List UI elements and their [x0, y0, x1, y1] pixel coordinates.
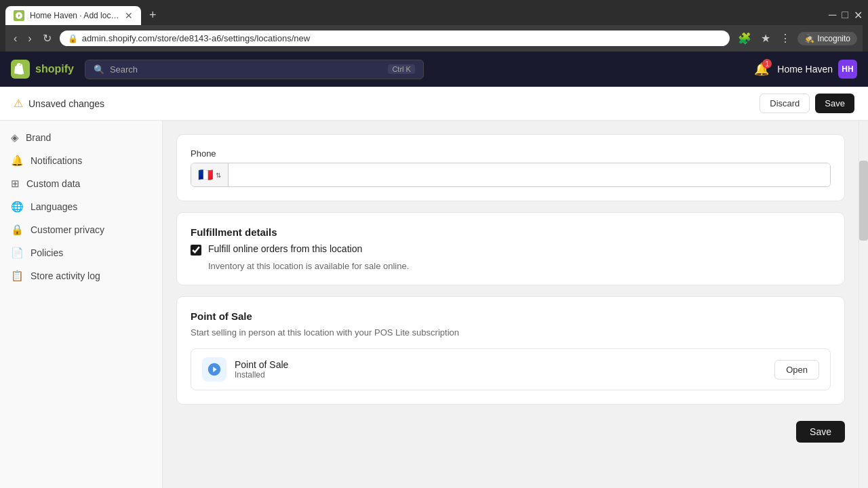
sidebar-item-custom-data[interactable]: ⊞ Custom data	[0, 172, 162, 195]
fulfill-checkbox-label: Fulfill online orders from this location	[208, 243, 362, 254]
phone-label: Phone	[191, 148, 831, 159]
store-name: Home Haven	[777, 64, 833, 75]
scrollbar-thumb	[859, 161, 868, 241]
pos-app-status: Installed	[235, 370, 766, 380]
pos-card: Point of Sale Start selling in person at…	[176, 296, 845, 405]
sidebar-label-store-activity-log: Store activity log	[31, 270, 151, 281]
sidebar-item-store-activity-log[interactable]: 📋 Store activity log	[0, 264, 162, 287]
global-search[interactable]: 🔍 Search Ctrl K	[85, 60, 424, 79]
bottom-save-row: Save	[176, 415, 845, 448]
incognito-icon: 🕵	[804, 34, 814, 43]
back-button[interactable]: ‹	[11, 30, 20, 47]
shopify-logo-icon	[11, 60, 30, 79]
minimize-button[interactable]: ─	[829, 9, 836, 22]
toolbar-actions: 🧩 ★ ⋮ 🕵 Incognito	[735, 29, 857, 47]
custom-data-icon: ⊞	[11, 178, 20, 190]
pos-item: Point of Sale Installed Open	[191, 348, 831, 390]
phone-card: Phone 🇫🇷 ⇅	[176, 134, 845, 201]
maximize-button[interactable]: □	[842, 9, 848, 22]
sidebar-item-languages[interactable]: 🌐 Languages	[0, 195, 162, 218]
app-header: shopify 🔍 Search Ctrl K 🔔 1 Home Haven H…	[0, 52, 868, 87]
sidebar-label-policies: Policies	[31, 247, 151, 258]
fulfillment-card: Fulfillment details Fulfill online order…	[176, 212, 845, 285]
unsaved-warning-icon: ⚠	[14, 97, 23, 110]
unsaved-message: ⚠ Unsaved changes	[14, 97, 104, 110]
sidebar-item-customer-privacy[interactable]: 🔒 Customer privacy	[0, 218, 162, 241]
languages-icon: 🌐	[11, 201, 24, 213]
sidebar-item-notifications[interactable]: 🔔 Notifications	[0, 149, 162, 172]
pos-title: Point of Sale	[191, 310, 831, 322]
more-icon[interactable]: ⋮	[777, 29, 793, 47]
incognito-button[interactable]: 🕵 Incognito	[797, 32, 857, 45]
reload-button[interactable]: ↻	[40, 29, 54, 47]
pos-app-name: Point of Sale	[235, 359, 766, 370]
pos-open-button[interactable]: Open	[774, 360, 819, 380]
sidebar-label-custom-data: Custom data	[26, 178, 151, 189]
pos-logo	[202, 357, 226, 382]
tab-title: Home Haven · Add location · S...	[30, 11, 119, 20]
active-tab[interactable]: Home Haven · Add location · S... ✕	[5, 6, 141, 25]
sidebar-label-languages: Languages	[31, 201, 151, 212]
window-controls: ─ □ ✕	[829, 9, 863, 22]
phone-input-row: 🇫🇷 ⇅	[191, 163, 831, 187]
sidebar-label-brand: Brand	[26, 132, 151, 143]
phone-input[interactable]	[229, 163, 830, 186]
customer-privacy-icon: 🔒	[11, 224, 24, 236]
main-layout: ◈ Brand 🔔 Notifications ⊞ Custom data 🌐 …	[0, 121, 868, 488]
sidebar-label-notifications: Notifications	[31, 155, 151, 166]
close-button[interactable]: ✕	[854, 9, 863, 22]
unsaved-actions: Discard Save	[760, 94, 854, 113]
sidebar-label-customer-privacy: Customer privacy	[31, 224, 151, 235]
unsaved-text: Unsaved changes	[28, 98, 104, 109]
bookmark-icon[interactable]: ★	[758, 29, 773, 47]
forward-button[interactable]: ›	[25, 30, 34, 47]
fulfill-checkbox-row: Fulfill online orders from this location	[191, 243, 831, 256]
policies-icon: 📄	[11, 247, 24, 259]
unsaved-changes-bar: ⚠ Unsaved changes Discard Save	[0, 87, 868, 121]
country-code-selector[interactable]: 🇫🇷 ⇅	[191, 163, 229, 186]
tab-favicon	[14, 10, 24, 21]
notification-bell[interactable]: 🔔 1	[754, 62, 769, 77]
content-area: Phone 🇫🇷 ⇅ Fulfillment details Fulfill o…	[163, 121, 859, 488]
pos-info: Point of Sale Installed	[235, 359, 766, 380]
incognito-label: Incognito	[817, 34, 850, 43]
lock-icon: 🔒	[68, 34, 78, 43]
fulfill-sublabel: Inventory at this location is available …	[208, 261, 831, 271]
discard-button[interactable]: Discard	[760, 94, 810, 113]
store-info[interactable]: Home Haven HH	[777, 60, 857, 79]
browser-toolbar: ‹ › ↻ 🔒 admin.shopify.com/store/de8143-a…	[5, 25, 863, 52]
sidebar-item-policies[interactable]: 📄 Policies	[0, 241, 162, 264]
scrollbar[interactable]	[859, 121, 868, 488]
brand-icon: ◈	[11, 131, 19, 144]
search-placeholder: Search	[110, 64, 138, 75]
pos-description: Start selling in person at this location…	[191, 327, 831, 338]
save-button-bottom[interactable]: Save	[796, 421, 845, 443]
notifications-icon: 🔔	[11, 155, 24, 167]
search-shortcut: Ctrl K	[388, 64, 415, 74]
new-tab-button[interactable]: +	[144, 5, 162, 25]
header-right: 🔔 1 Home Haven HH	[754, 60, 857, 79]
url-text: admin.shopify.com/store/de8143-a6/settin…	[82, 33, 311, 43]
tab-close-button[interactable]: ✕	[125, 10, 133, 21]
notification-badge: 1	[762, 59, 772, 68]
sidebar-item-brand[interactable]: ◈ Brand	[0, 126, 162, 149]
save-button-top[interactable]: Save	[815, 94, 854, 113]
flag-arrows-icon: ⇅	[216, 171, 221, 179]
sidebar: ◈ Brand 🔔 Notifications ⊞ Custom data 🌐 …	[0, 121, 163, 488]
fulfill-checkbox[interactable]	[191, 245, 201, 256]
store-activity-log-icon: 📋	[11, 270, 24, 282]
search-icon: 🔍	[94, 64, 104, 75]
flag-icon: 🇫🇷	[198, 167, 213, 182]
shopify-logo[interactable]: shopify	[11, 60, 74, 79]
shopify-text: shopify	[35, 63, 74, 75]
extension-icon[interactable]: 🧩	[735, 29, 754, 47]
fulfillment-title: Fulfillment details	[191, 226, 831, 238]
address-bar[interactable]: 🔒 admin.shopify.com/store/de8143-a6/sett…	[60, 30, 730, 46]
store-avatar: HH	[838, 60, 857, 79]
